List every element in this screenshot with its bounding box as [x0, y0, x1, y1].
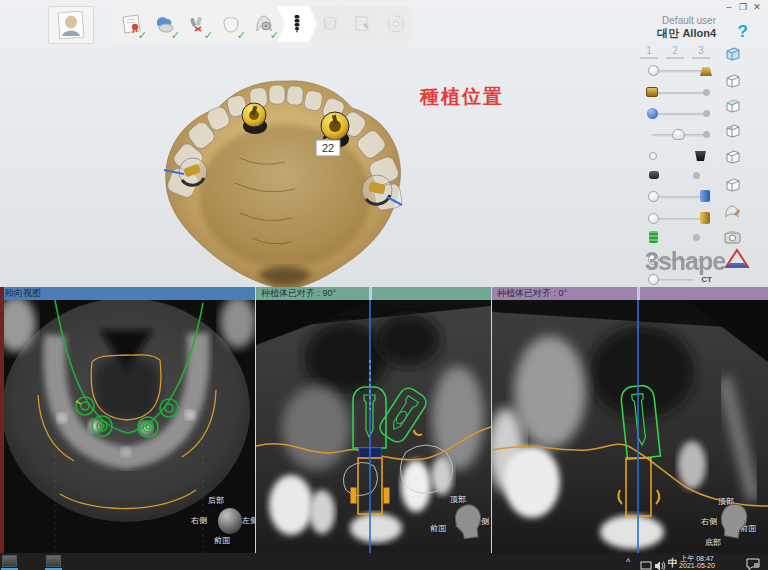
- implant-placement-icon: [286, 13, 308, 35]
- network-icon[interactable]: [640, 557, 652, 570]
- slider-abutment[interactable]: [646, 64, 712, 78]
- layer-cube-button-2[interactable]: [723, 74, 742, 88]
- layer-cube-button-3[interactable]: [723, 99, 742, 113]
- slider-implant-gold[interactable]: [646, 86, 712, 100]
- notification-center-icon[interactable]: [746, 556, 760, 570]
- axis-tick: [637, 287, 640, 300]
- slider-track[interactable]: [652, 113, 706, 116]
- orient-back-label: 后部: [208, 495, 224, 506]
- patient-photo-button[interactable]: [48, 6, 94, 44]
- taskbar-app-2[interactable]: [46, 555, 61, 567]
- volume-icon[interactable]: [654, 557, 666, 570]
- camera-icon: [723, 229, 742, 244]
- end-dot: [693, 172, 700, 179]
- orientation-sphere[interactable]: [218, 508, 242, 534]
- taskbar-app-1[interactable]: [2, 555, 17, 567]
- clock-time: 上午 08:47: [668, 555, 726, 562]
- panel-aligned90-header[interactable]: 种植体已对齐 : 90°: [256, 287, 491, 300]
- check-icon: ✓: [237, 29, 246, 42]
- panel-aligned-90[interactable]: 种植体已对齐 : 90° 顶部 前面 左侧: [256, 287, 491, 553]
- panel-divider: [255, 287, 256, 553]
- panel-aligned90-title: 种植体已对齐 : 90°: [261, 288, 336, 298]
- clock-date: 2021-05-20: [668, 562, 726, 569]
- gold-implant-icon: [646, 87, 658, 97]
- check-icon: ✓: [138, 29, 147, 42]
- tab-3[interactable]: 3: [692, 45, 710, 59]
- sidebar-tabs: 1 2 3: [640, 45, 710, 59]
- approve-icon: [352, 13, 374, 35]
- head-widget-icon: [714, 502, 752, 542]
- slider-knob[interactable]: [648, 191, 659, 202]
- cube-icon: [723, 124, 742, 138]
- delta-logo-icon: [724, 248, 750, 270]
- windows-taskbar: [0, 553, 768, 570]
- layer-cube-button-4[interactable]: [723, 124, 742, 138]
- tab-2[interactable]: 2: [666, 45, 684, 59]
- check-icon: ✓: [204, 29, 213, 42]
- cube-icon: [723, 74, 742, 88]
- screenshot-button[interactable]: [723, 229, 742, 243]
- cube-icon: [723, 47, 742, 61]
- maximize-button[interactable]: ❐: [736, 2, 750, 12]
- axial-ct-image: [0, 300, 255, 553]
- blue-cylinder-icon: [700, 190, 710, 202]
- step-order-form[interactable]: ✓: [112, 6, 152, 42]
- slider-tooth[interactable]: [646, 128, 712, 142]
- taskbar-clock[interactable]: 上午 08:47 2021-05-20: [668, 555, 726, 569]
- dark-puck-icon: [649, 171, 659, 179]
- layer-cube-button-5[interactable]: [723, 150, 742, 164]
- 3shape-watermark: 3shape: [645, 247, 725, 276]
- tray-expand-button[interactable]: ^: [626, 557, 630, 567]
- row-radio-cylinder[interactable]: [646, 150, 712, 164]
- user-label: Default user: [657, 15, 716, 27]
- slider-track[interactable]: [652, 218, 706, 221]
- close-button[interactable]: ✕: [750, 2, 764, 12]
- panel-axial-header[interactable]: 殆向视图: [0, 287, 255, 300]
- black-cylinder-icon: [695, 151, 706, 161]
- slider-knob[interactable]: [648, 213, 659, 224]
- row-dark-puck[interactable]: [646, 169, 712, 183]
- panel-axial-view[interactable]: 殆向视图 后部 右侧 左侧 前面: [0, 287, 255, 553]
- row-green-implant[interactable]: [646, 231, 712, 245]
- orientation-head[interactable]: [714, 502, 752, 546]
- help-button[interactable]: ?: [738, 22, 748, 42]
- gold-cylinder-icon: [700, 212, 710, 224]
- slider-end-dot: [703, 89, 710, 96]
- 3d-viewport[interactable]: 22: [140, 78, 430, 296]
- sleeve-icon: [319, 13, 341, 35]
- radio-button[interactable]: [649, 152, 657, 160]
- tab-1[interactable]: 1: [640, 45, 658, 59]
- panel-divider: [491, 287, 492, 553]
- orientation-head[interactable]: [450, 502, 486, 548]
- tooth-knob-icon[interactable]: [672, 129, 685, 140]
- 3shape-logo-mark: [724, 248, 750, 270]
- check-icon: ✓: [270, 29, 279, 42]
- slider-track[interactable]: [652, 196, 706, 199]
- slider-sphere[interactable]: [646, 107, 712, 121]
- green-implant-icon: [649, 231, 658, 243]
- orient-front-label: 前面: [430, 523, 446, 534]
- implant-12[interactable]: [242, 103, 267, 134]
- layer-cube-button-1[interactable]: [723, 47, 742, 61]
- slider-gold-cylinder[interactable]: [646, 212, 712, 226]
- slider-blue-cylinder[interactable]: [646, 190, 712, 204]
- panel-aligned0-header[interactable]: 种植体已对齐 : 0°: [492, 287, 768, 300]
- panel-axial-title: 殆向视图: [5, 288, 41, 298]
- design-tool-button[interactable]: [723, 204, 742, 218]
- profile-name: 대만 Allon4: [657, 27, 716, 39]
- annotation-text: 種植位置: [420, 84, 504, 110]
- denture-tool-icon: [723, 204, 742, 219]
- slider-track[interactable]: [652, 70, 706, 73]
- panel-aligned-0[interactable]: 种植体已对齐 : 0° 顶部 右侧 前面 底部: [492, 287, 768, 553]
- window-controls: –❐✕: [722, 2, 764, 12]
- axis-tick: [369, 287, 372, 300]
- slider-track[interactable]: [652, 92, 706, 95]
- selected-panel-indicator: [0, 287, 4, 553]
- orient-right-label: 右侧: [191, 515, 207, 526]
- slider-knob[interactable]: [648, 65, 659, 76]
- orient-front-label: 前面: [214, 535, 230, 546]
- slider-end-dot: [703, 131, 710, 138]
- layer-cube-button-6[interactable]: [723, 178, 742, 192]
- minimize-button[interactable]: –: [722, 2, 736, 12]
- user-info: Default user 대만 Allon4: [657, 15, 716, 39]
